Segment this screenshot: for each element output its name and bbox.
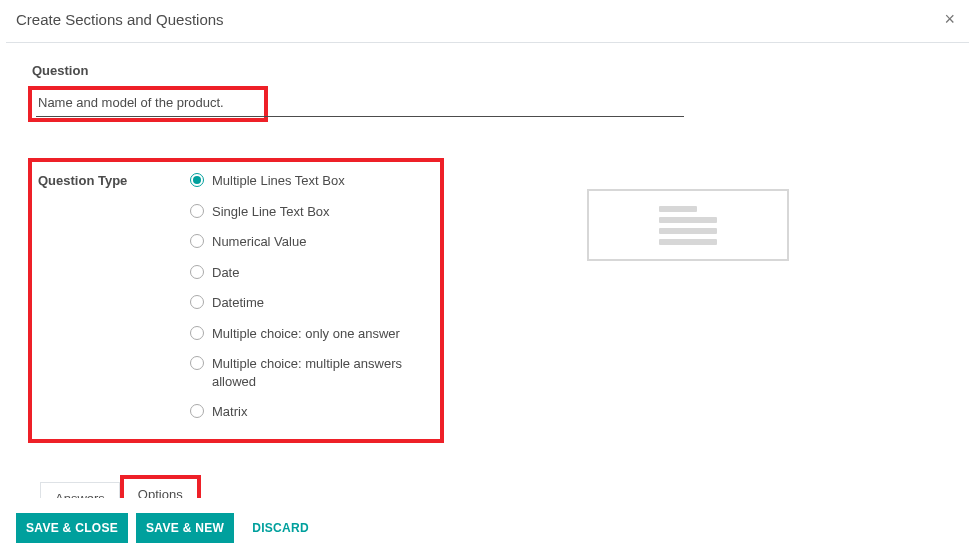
- question-label: Question: [28, 63, 947, 78]
- radio-icon: [190, 356, 204, 370]
- tab-options-highlight: Options: [120, 475, 201, 498]
- radio-matrix[interactable]: Matrix: [190, 403, 422, 421]
- radio-label: Date: [212, 264, 239, 282]
- radio-single-line[interactable]: Single Line Text Box: [190, 203, 422, 221]
- close-button[interactable]: ×: [940, 10, 959, 28]
- tabs: Answers Options: [28, 475, 947, 498]
- radio-icon: [190, 234, 204, 248]
- radio-label: Multiple choice: multiple answers allowe…: [212, 355, 422, 390]
- radio-icon: [190, 404, 204, 418]
- save-close-button[interactable]: Save & Close: [16, 513, 128, 543]
- radio-icon: [190, 295, 204, 309]
- radio-date[interactable]: Date: [190, 264, 422, 282]
- question-type-label: Question Type: [38, 172, 190, 188]
- modal-title: Create Sections and Questions: [16, 11, 224, 28]
- save-new-button[interactable]: Save & New: [136, 513, 234, 543]
- radio-label: Numerical Value: [212, 233, 306, 251]
- modal-body[interactable]: Question Question Type Multiple Lines Te…: [0, 43, 975, 498]
- radio-label: Multiple choice: only one answer: [212, 325, 400, 343]
- preview-box: [587, 189, 789, 261]
- radio-label: Datetime: [212, 294, 264, 312]
- question-input[interactable]: [36, 91, 684, 117]
- radio-icon: [190, 326, 204, 340]
- discard-button[interactable]: Discard: [242, 513, 319, 543]
- radio-label: Single Line Text Box: [212, 203, 330, 221]
- radio-mc-multi[interactable]: Multiple choice: multiple answers allowe…: [190, 355, 422, 390]
- question-type-options: Multiple Lines Text Box Single Line Text…: [190, 172, 422, 421]
- radio-numerical[interactable]: Numerical Value: [190, 233, 422, 251]
- radio-icon: [190, 173, 204, 187]
- modal-header: Create Sections and Questions ×: [0, 0, 975, 42]
- question-type-block: Question Type Multiple Lines Text Box Si…: [28, 158, 444, 443]
- radio-icon: [190, 265, 204, 279]
- radio-icon: [190, 204, 204, 218]
- radio-label: Multiple Lines Text Box: [212, 172, 345, 190]
- radio-multiple-lines[interactable]: Multiple Lines Text Box: [190, 172, 422, 190]
- tab-options[interactable]: Options: [124, 479, 197, 498]
- radio-datetime[interactable]: Datetime: [190, 294, 422, 312]
- radio-mc-one[interactable]: Multiple choice: only one answer: [190, 325, 422, 343]
- footer: Save & Close Save & New Discard: [0, 499, 975, 557]
- text-lines-icon: [659, 206, 717, 245]
- tab-answers[interactable]: Answers: [40, 482, 120, 498]
- radio-label: Matrix: [212, 403, 247, 421]
